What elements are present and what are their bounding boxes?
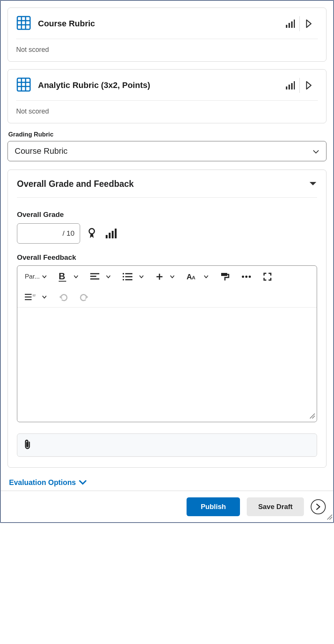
paperclip-icon <box>23 439 32 451</box>
svg-point-39 <box>242 276 244 278</box>
grade-input[interactable] <box>35 229 61 238</box>
svg-point-32 <box>123 279 124 280</box>
bold-button[interactable]: B <box>56 270 70 284</box>
svg-text:A: A <box>187 273 192 281</box>
resize-handle-icon <box>326 513 332 521</box>
evaluation-options-label: Evaluation Options <box>9 478 76 487</box>
ribbon-icon[interactable] <box>85 225 98 242</box>
feedback-textarea[interactable] <box>17 308 317 420</box>
svg-rect-16 <box>291 83 293 89</box>
line-spacing-dropdown-icon[interactable] <box>39 290 50 304</box>
svg-point-18 <box>89 229 94 234</box>
svg-rect-38 <box>221 273 227 276</box>
fullscreen-button[interactable] <box>260 270 275 284</box>
svg-point-28 <box>123 273 124 274</box>
stats-icon[interactable] <box>281 15 299 32</box>
grade-denom: / 10 <box>62 229 74 238</box>
rubric-header: Analytic Rubric (3x2, Points) <box>16 77 318 101</box>
rubric-status: Not scored <box>16 39 318 54</box>
bold-dropdown-icon[interactable] <box>71 270 81 284</box>
rubric-card: Course Rubric No <box>8 8 326 62</box>
svg-line-48 <box>327 515 332 520</box>
insert-dropdown-icon[interactable] <box>167 270 178 284</box>
svg-point-30 <box>123 276 124 277</box>
next-button[interactable] <box>311 499 326 514</box>
svg-rect-6 <box>288 23 290 28</box>
svg-rect-7 <box>291 21 293 28</box>
chevron-down-icon <box>313 146 319 156</box>
footer: Publish Save Draft <box>1 491 333 522</box>
expand-icon[interactable] <box>300 15 318 32</box>
svg-line-49 <box>329 517 332 520</box>
grading-rubric-label: Grading Rubric <box>8 131 326 138</box>
svg-rect-0 <box>17 17 30 29</box>
rubric-title: Course Rubric <box>38 19 95 29</box>
svg-rect-14 <box>286 86 287 89</box>
collapse-icon[interactable] <box>309 181 317 188</box>
rubric-card: Analytic Rubric (3x2, Points) <box>8 69 326 123</box>
grading-rubric-select[interactable]: Course Rubric <box>8 141 326 161</box>
rubric-grid-icon <box>16 77 31 94</box>
attachment-box[interactable] <box>17 433 317 457</box>
svg-text:A: A <box>192 275 196 280</box>
font-size-button[interactable]: AA <box>184 270 200 284</box>
more-button[interactable] <box>238 270 254 284</box>
grade-feedback-panel: Overall Grade and Feedback Overall Grade… <box>8 170 326 468</box>
publish-button[interactable]: Publish <box>187 497 240 516</box>
svg-text:B: B <box>59 272 65 281</box>
font-size-dropdown-icon[interactable] <box>201 270 211 284</box>
rubric-status: Not scored <box>16 101 318 115</box>
line-spacing-button[interactable]: 123 <box>22 290 38 304</box>
evaluation-options-toggle[interactable]: Evaluation Options <box>9 478 326 487</box>
format-painter-button[interactable] <box>217 270 232 284</box>
svg-rect-20 <box>109 233 111 238</box>
svg-rect-5 <box>286 25 287 28</box>
svg-rect-21 <box>112 231 114 238</box>
grading-rubric-selected: Course Rubric <box>15 146 68 156</box>
feedback-editor: Par... B <box>17 265 317 422</box>
expand-icon[interactable] <box>300 77 318 94</box>
redo-button[interactable] <box>77 290 92 304</box>
editor-toolbar: Par... B <box>17 266 317 308</box>
overall-grade-label: Overall Grade <box>17 211 317 219</box>
stats-icon[interactable] <box>281 77 299 94</box>
svg-rect-8 <box>294 20 295 28</box>
svg-point-41 <box>249 276 251 278</box>
overall-feedback-label: Overall Feedback <box>17 253 317 262</box>
block-format-label: Par... <box>25 273 40 280</box>
align-dropdown-icon[interactable] <box>103 270 114 284</box>
insert-button[interactable] <box>153 270 166 284</box>
list-dropdown-icon[interactable] <box>136 270 147 284</box>
chevron-down-icon <box>79 478 87 487</box>
svg-rect-17 <box>294 81 295 89</box>
list-button[interactable] <box>120 270 135 284</box>
undo-button[interactable] <box>56 290 71 304</box>
svg-rect-22 <box>115 229 117 238</box>
align-button[interactable] <box>87 270 102 284</box>
grade-input-wrap: / 10 <box>17 223 80 244</box>
rubric-header: Course Rubric <box>16 15 318 39</box>
svg-rect-19 <box>106 235 108 238</box>
save-draft-button[interactable]: Save Draft <box>247 497 304 516</box>
rubric-title: Analytic Rubric (3x2, Points) <box>38 80 150 90</box>
svg-text:123: 123 <box>32 294 35 297</box>
block-format-select[interactable]: Par... <box>22 270 50 284</box>
panel-title: Overall Grade and Feedback <box>17 179 134 189</box>
svg-point-40 <box>245 276 247 278</box>
svg-rect-9 <box>17 78 30 91</box>
stats-icon[interactable] <box>103 225 119 242</box>
rubric-grid-icon <box>16 15 31 32</box>
svg-rect-15 <box>288 85 290 89</box>
